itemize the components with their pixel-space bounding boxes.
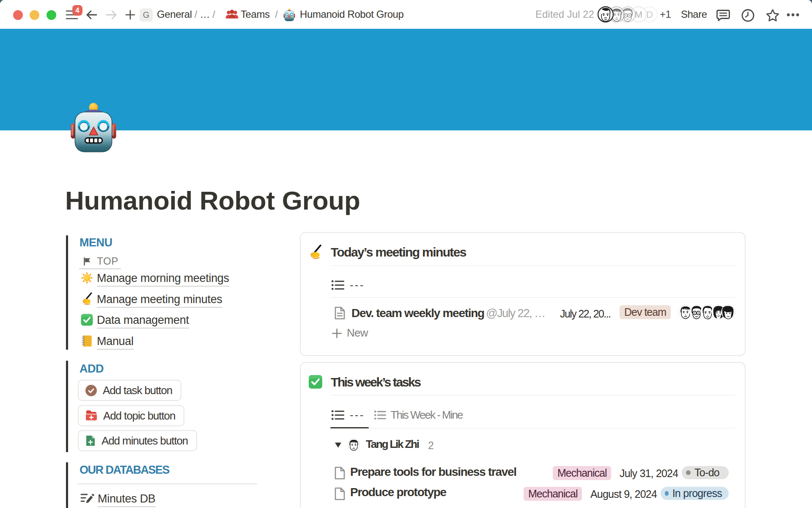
- svg-text:D: D: [646, 9, 653, 20]
- svg-text:M: M: [635, 9, 642, 20]
